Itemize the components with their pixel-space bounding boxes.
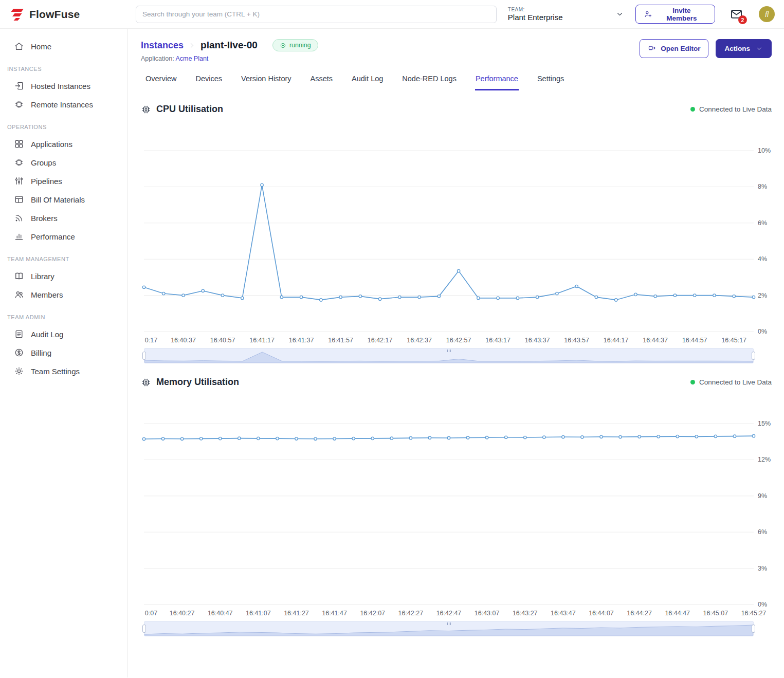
notifications-button[interactable]: 2: [730, 7, 743, 21]
sidebar-item-label: Performance: [31, 232, 75, 241]
svg-text:2%: 2%: [758, 292, 767, 299]
svg-text:16:42:17: 16:42:17: [368, 337, 393, 344]
tab-devices[interactable]: Devices: [195, 72, 223, 90]
svg-text:16:41:17: 16:41:17: [249, 337, 275, 344]
sidebar-item-brokers[interactable]: Brokers: [0, 209, 127, 227]
sidebar-item-audit-log[interactable]: Audit Log: [0, 325, 127, 343]
svg-text:16:41:47: 16:41:47: [322, 610, 347, 617]
tab-settings[interactable]: Settings: [537, 72, 564, 90]
memory-chart-brush[interactable]: [144, 621, 754, 636]
open-editor-label: Open Editor: [661, 45, 700, 52]
sidebar-item-label: Library: [31, 272, 54, 281]
cpu-chart-title: CPU Utilisation: [156, 104, 223, 115]
tab-overview[interactable]: Overview: [145, 72, 177, 90]
team-selector[interactable]: TEAM: Plant Enterprise: [505, 5, 627, 24]
tab-performance[interactable]: Performance: [475, 72, 519, 90]
svg-text:16:41:07: 16:41:07: [246, 610, 271, 617]
tab-version-history[interactable]: Version History: [241, 72, 292, 90]
sidebar-item-hosted-instances[interactable]: Hosted Instances: [0, 77, 127, 95]
breadcrumb: Instances plant-live-00 running: [141, 39, 318, 51]
svg-text:16:42:47: 16:42:47: [436, 610, 462, 617]
cpu-live-status-label: Connected to Live Data: [699, 105, 772, 113]
team-label: TEAM:: [508, 7, 563, 12]
brush-handle-left[interactable]: [142, 352, 146, 360]
svg-text:16:44:57: 16:44:57: [682, 337, 707, 344]
remote-instances-icon: [14, 99, 24, 109]
svg-text:16:45:07: 16:45:07: [703, 610, 728, 617]
svg-text:16:45:17: 16:45:17: [721, 337, 746, 344]
brand-name: FlowFuse: [29, 8, 80, 21]
chevron-right-icon: [188, 42, 196, 49]
sidebar-section-operations: OPERATIONS: [0, 114, 127, 135]
application-link[interactable]: Acme Plant: [175, 55, 208, 62]
breadcrumb-instances-link[interactable]: Instances: [141, 40, 184, 51]
sidebar-item-pipelines[interactable]: Pipelines: [0, 172, 127, 190]
sidebar-item-label: Home: [31, 42, 51, 51]
svg-text:3%: 3%: [758, 565, 767, 572]
svg-text:16:43:07: 16:43:07: [475, 610, 500, 617]
flowfuse-logo[interactable]: FlowFuse: [10, 8, 127, 21]
groups-icon: [14, 157, 24, 168]
sidebar-item-performance[interactable]: Performance: [0, 227, 127, 246]
actions-button[interactable]: Actions: [716, 39, 772, 58]
svg-text:16:43:37: 16:43:37: [525, 337, 550, 344]
sidebar-item-remote-instances[interactable]: Remote Instances: [0, 95, 127, 114]
invite-members-button[interactable]: Invite Members: [635, 5, 715, 24]
bom-icon: [14, 194, 24, 205]
svg-text:16:42:57: 16:42:57: [446, 337, 471, 344]
library-icon: [14, 271, 24, 281]
svg-text:16:40:27: 16:40:27: [170, 610, 195, 617]
sidebar-item-billing[interactable]: Billing: [0, 343, 127, 362]
tab-assets[interactable]: Assets: [310, 72, 334, 90]
brush-grip[interactable]: [449, 622, 449, 625]
svg-text:0:17: 0:17: [145, 337, 157, 344]
actions-label: Actions: [724, 45, 750, 52]
avatar[interactable]: fl: [759, 6, 775, 22]
svg-text:10%: 10%: [758, 147, 771, 154]
svg-text:16:44:47: 16:44:47: [665, 610, 690, 617]
memory-icon: [141, 377, 151, 388]
brush-grip[interactable]: [449, 350, 449, 352]
sidebar-item-home[interactable]: Home: [0, 37, 127, 56]
open-editor-button[interactable]: Open Editor: [640, 39, 708, 58]
cpu-icon: [141, 104, 151, 115]
svg-text:16:43:17: 16:43:17: [485, 337, 510, 344]
sidebar-item-label: Applications: [31, 140, 72, 149]
svg-text:16:44:27: 16:44:27: [627, 610, 652, 617]
sidebar-item-members[interactable]: Members: [0, 285, 127, 304]
pipelines-icon: [14, 176, 24, 186]
sidebar-item-label: Pipelines: [31, 177, 62, 186]
status-badge-label: running: [289, 42, 311, 49]
cpu-chart-brush[interactable]: [144, 348, 754, 363]
brokers-icon: [14, 213, 24, 223]
status-badge: running: [272, 39, 318, 51]
sidebar-item-bill-of-materials[interactable]: Bill Of Materials: [0, 190, 127, 209]
svg-text:16:43:57: 16:43:57: [564, 337, 589, 344]
svg-text:16:43:47: 16:43:47: [551, 610, 576, 617]
sidebar-item-label: Team Settings: [31, 367, 80, 376]
sidebar-item-label: Members: [31, 290, 63, 299]
svg-text:15%: 15%: [758, 420, 771, 427]
invite-user-icon: [644, 10, 652, 19]
members-icon: [14, 289, 24, 300]
svg-text:8%: 8%: [758, 183, 767, 190]
sidebar-item-team-settings[interactable]: Team Settings: [0, 362, 127, 380]
brush-handle-right[interactable]: [752, 625, 755, 633]
svg-text:0:07: 0:07: [145, 610, 157, 617]
svg-text:16:41:27: 16:41:27: [284, 610, 309, 617]
sidebar-item-applications[interactable]: Applications: [0, 135, 127, 153]
editor-icon: [648, 44, 657, 53]
sidebar-item-label: Audit Log: [31, 330, 63, 339]
tab-node-red-logs[interactable]: Node-RED Logs: [402, 72, 457, 90]
sidebar-item-library[interactable]: Library: [0, 267, 127, 285]
svg-text:16:42:37: 16:42:37: [407, 337, 432, 344]
sidebar-item-label: Brokers: [31, 214, 58, 223]
sidebar-item-groups[interactable]: Groups: [0, 153, 127, 172]
brush-handle-right[interactable]: [752, 352, 755, 360]
cpu-chart-section: CPU Utilisation Connected to Live Data 0…: [141, 104, 772, 363]
search-input[interactable]: [136, 6, 497, 23]
memory-chart-plot: 0%3%6%9%12%15%0:0716:40:2716:40:4716:41:…: [141, 388, 772, 619]
memory-chart-title: Memory Utilisation: [156, 377, 239, 388]
tab-audit-log[interactable]: Audit Log: [351, 72, 384, 90]
brush-handle-left[interactable]: [142, 625, 146, 633]
